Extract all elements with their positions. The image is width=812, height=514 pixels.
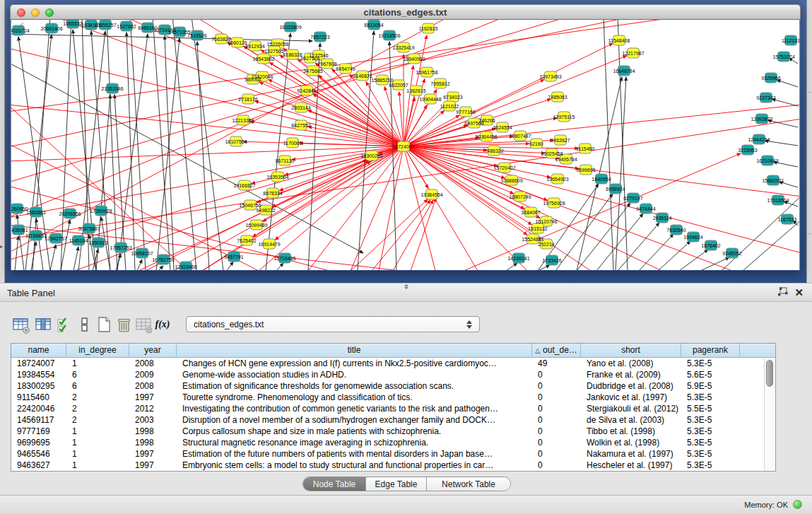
graph-node-label: 17957253 — [110, 245, 131, 250]
cell-pagerank: 5.3E-5 — [681, 414, 740, 426]
table-row[interactable]: 977716911998Corpus callosum shape and si… — [11, 426, 775, 437]
window-titlebar[interactable]: citations_edges.txt — [10, 4, 801, 20]
cell-out_de: 0 — [532, 403, 581, 414]
graph-node-label: 7486322 — [484, 148, 503, 153]
show-columns-button[interactable] — [34, 315, 54, 335]
row-height-button[interactable] — [75, 315, 95, 335]
graph-node-label: 7515526 — [187, 33, 206, 38]
graph-node-label: 19904448 — [419, 97, 441, 102]
column-header-short[interactable]: short — [581, 344, 681, 358]
graph-node-label: 10958107 — [131, 251, 153, 256]
left-panel-gripper[interactable]: ▸ — [0, 0, 5, 283]
cell-short: Stergiakouli et al. (2012) — [581, 403, 681, 414]
graph-node-label: 1435061 — [11, 228, 28, 233]
table-row[interactable]: 1938455462009Genome-wide association stu… — [11, 369, 775, 380]
table-row[interactable]: 969969511998Structural magnetic resonanc… — [11, 437, 775, 448]
resize-grip-icon[interactable] — [11, 20, 24, 33]
graph-node-label: 1350513 — [88, 240, 107, 245]
graph-node-label: 252214 — [538, 242, 554, 247]
graph-node-label: 16120746 — [535, 219, 557, 224]
close-panel-icon[interactable]: ✕ — [794, 287, 804, 298]
cell-title: Investigating the contribution of common… — [177, 403, 532, 414]
import-table-button[interactable] — [134, 315, 154, 335]
graph-node-label: 16961758 — [416, 70, 437, 75]
graph-node-label: 18807249 — [509, 194, 531, 199]
select-visible-columns-button[interactable] — [55, 315, 75, 335]
table-row[interactable]: 1872400712008Changes of HCN gene express… — [11, 358, 775, 369]
table-panel-header[interactable]: Table Panel ✕ — [0, 283, 812, 302]
graph-node-label: 6279197 — [623, 196, 642, 201]
cell-in_degree: 1 — [66, 460, 129, 471]
expand-left-panel-icon[interactable]: ▸ — [0, 243, 3, 250]
column-header-pagerank[interactable]: pagerank — [681, 344, 740, 358]
graph-node-label: 9242848 — [297, 88, 316, 93]
graph-node-label: 9660126 — [228, 40, 247, 45]
graph-node-label: 18640910 — [403, 57, 425, 62]
graph-node-label: 7625402 — [237, 238, 256, 243]
cell-out_de: 0 — [532, 414, 581, 426]
float-panel-icon[interactable] — [777, 287, 788, 298]
graph-node-label: 16033809 — [279, 25, 301, 30]
table-row[interactable]: 946554611997Estimation of the future num… — [11, 448, 775, 460]
function-builder-button[interactable]: f(x) — [153, 315, 172, 335]
table-mode-button[interactable] — [11, 315, 31, 335]
cell-year: 2009 — [129, 369, 177, 380]
column-header-in_degree[interactable]: in_degree — [66, 344, 129, 358]
cell-title: Changes of HCN gene expression and I(f) … — [177, 358, 532, 369]
cell-year: 2003 — [129, 414, 177, 426]
tab-edge-table[interactable]: Edge Table — [366, 477, 427, 491]
network-window[interactable]: citations_edges.txt 18724007766382296601… — [10, 4, 801, 271]
graph-node-label: 15226058 — [266, 42, 288, 47]
cell-short: Franke et al. (2009) — [581, 369, 681, 380]
right-panel-gripper[interactable] — [806, 0, 812, 283]
function-icon: f(x) — [153, 315, 172, 334]
column-header-name[interactable]: name — [11, 344, 66, 358]
import-table-icon — [134, 315, 153, 334]
graph-node-label: 10807487 — [509, 134, 531, 139]
graph-node-label: 12942757 — [45, 236, 66, 241]
cell-year: 2008 — [129, 380, 177, 392]
graph-node-label: 3684067 — [521, 210, 540, 215]
table-scrollbar[interactable] — [764, 358, 775, 471]
graph-node-label: 7857223 — [310, 35, 329, 40]
node-table[interactable]: namein_degreeyeartitle△out_de…shortpager… — [11, 343, 776, 472]
network-canvas[interactable]: 1872400776638229660126891293415226058132… — [11, 20, 800, 270]
tab-network-table[interactable]: Network Table — [427, 477, 510, 491]
graph-node-label: 19166827 — [233, 183, 255, 188]
create-column-button[interactable] — [95, 315, 114, 335]
column-header-year[interactable]: year — [129, 344, 177, 358]
create-column-icon — [95, 315, 113, 334]
table-row[interactable]: 1456911722003Disruption of a novel membe… — [11, 414, 775, 426]
graph-node-label: 11156853 — [25, 233, 47, 238]
table-row[interactable]: 2242004622012Investigating the contribut… — [11, 403, 775, 414]
cell-short: Dudbridge et al. (2008) — [581, 380, 681, 392]
panel-splitter-handle[interactable] — [403, 284, 410, 289]
graph-node-label: 16210643 — [756, 158, 778, 163]
table-row[interactable]: 1830029562008Estimation of significance … — [11, 380, 775, 392]
cell-year: 2008 — [129, 358, 177, 369]
cell-out_de: 49 — [532, 358, 581, 369]
table-mode-icon — [11, 315, 30, 334]
table-row[interactable]: 911546021997Tourette syndrome. Phenomeno… — [11, 392, 775, 403]
table-row[interactable]: 946362711997Embryonic stem cells: a mode… — [11, 460, 775, 471]
cell-title: Embryonic stem cells: a model to study s… — [177, 460, 532, 471]
graph-node-label: 19384554 — [420, 192, 442, 197]
graph-node-label: 12213389 — [232, 118, 254, 123]
graph-node-label: 1733426 — [542, 258, 561, 263]
cell-in_degree: 6 — [66, 380, 129, 392]
graph-node-label: 10688609 — [500, 178, 522, 183]
delete-columns-button[interactable] — [114, 315, 134, 335]
tab-node-table[interactable]: Node Table — [303, 477, 366, 491]
memory-ok-indicator — [793, 500, 802, 509]
table-selector-dropdown[interactable]: citations_edges.txt — [186, 316, 480, 332]
cell-short: Wolkin et al. (1998) — [581, 437, 681, 448]
row-height-icon — [75, 315, 93, 334]
column-header-title[interactable]: title — [177, 344, 532, 358]
table-panel: Table Panel ✕ f(x) citations_edges.txt n… — [0, 283, 812, 495]
cell-short: Jankovic et al. (1997) — [581, 392, 681, 403]
column-header-out_de[interactable]: △out_de… — [532, 344, 581, 358]
scrollbar-thumb[interactable] — [766, 360, 773, 387]
graph-node-label: 8186328 — [283, 52, 302, 57]
strip-tick — [808, 233, 811, 234]
citation-network-graph[interactable]: 1872400776638229660126891293415226058132… — [11, 20, 800, 270]
